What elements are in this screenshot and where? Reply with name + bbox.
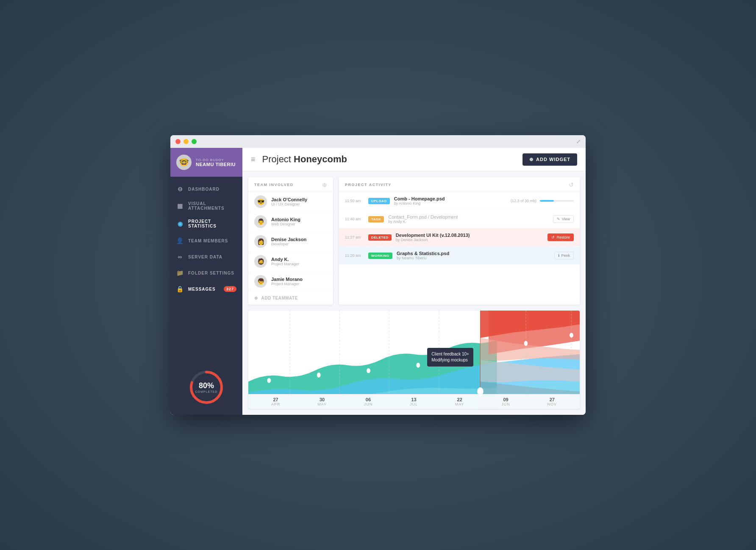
timeline-date-1: 27 xyxy=(271,397,281,402)
member-info-4: Andy K. Project Manager xyxy=(271,257,327,266)
sidebar-item-project-statistics[interactable]: ◉ PROJECT STATISTICS xyxy=(170,215,242,233)
page-title-bold: Honeycomb xyxy=(294,154,347,164)
activity-item-2: 11:40 am TASK Contact_Form.psd / Develop… xyxy=(339,210,580,228)
peek-button[interactable]: ℹ Peek xyxy=(554,252,574,259)
activity-item-4: 11:20 am WORKING Graphs & Statistics.psd… xyxy=(339,247,580,265)
close-button[interactable] xyxy=(175,139,181,144)
sidebar: 🤓 TO-DO BUDDY NEAMU TIBERIU ⊖ DASHBOARD … xyxy=(170,148,242,415)
server-data-icon: ∞ xyxy=(176,253,184,261)
activity-badge-2: TASK xyxy=(368,216,384,222)
messages-icon: 🔒 xyxy=(176,285,184,293)
activity-meta-3: ↺ Restore xyxy=(548,233,574,241)
activity-filename-2: Contact_Form.psd / Development xyxy=(388,214,548,219)
timeline-month-5: MAY xyxy=(455,402,464,406)
member-name-3: Denise Jackson xyxy=(271,237,327,242)
member-avatar-1: 😎 xyxy=(254,195,267,208)
activity-panel-icon[interactable]: ↺ xyxy=(569,181,574,188)
view-button[interactable]: ✎ View xyxy=(553,215,574,223)
timeline-date-3: 06 xyxy=(364,397,373,402)
team-member-1: 😎 Jack O'Connelly UI / UX Designer xyxy=(248,192,333,212)
activity-badge-4: WORKING xyxy=(368,253,392,259)
user-name: NEAMU TIBERIU xyxy=(196,162,236,167)
activity-panel: PROJECT ACTIVITY ↺ 11:50 am UPLOAD Comb … xyxy=(339,177,580,305)
peek-icon: ℹ xyxy=(558,253,559,258)
activity-info-3: Development UI Kit (v.12.08.2013) by Den… xyxy=(396,233,544,242)
activity-meta-1: (12.3 of 30 mb) xyxy=(511,199,574,203)
member-info-2: Antonio King Web Designer xyxy=(271,217,327,226)
maximize-button[interactable] xyxy=(192,139,197,144)
plus-icon: ⊕ xyxy=(529,157,534,162)
sidebar-item-team-members[interactable]: 👤 TEAM MEMBERS xyxy=(170,233,242,249)
progress-percent: 80% xyxy=(195,381,218,390)
add-teammate-button[interactable]: ⊕ ADD TEAMMATE xyxy=(248,292,333,305)
member-name-1: Jack O'Connelly xyxy=(271,197,327,202)
add-widget-label: ADD WIDGET xyxy=(536,157,570,162)
activity-filename-1: Comb - Homepage.psd xyxy=(394,196,506,201)
activity-meta-4: ℹ Peek xyxy=(554,252,574,259)
activity-time-3: 11:27 am xyxy=(345,235,364,239)
timeline-item-7: 27 NOV xyxy=(548,397,557,406)
messages-label: MESSAGES xyxy=(188,287,216,292)
activity-by-1: by Antonio King xyxy=(394,201,506,206)
timeline-item-6: 09 JUN xyxy=(501,397,510,406)
restore-icon: ↺ xyxy=(551,235,555,239)
page-title: Project Honeycomb xyxy=(262,154,523,165)
progress-bar-container-1 xyxy=(540,200,574,202)
sidebar-item-label: DASHBOARD xyxy=(188,187,220,192)
sidebar-item-label: TEAM MEMBERS xyxy=(188,239,228,243)
dashboard-icon: ⊖ xyxy=(176,185,184,193)
activity-time-4: 11:20 am xyxy=(345,253,364,258)
team-member-5: 👦 Jamie Morano Project Manager xyxy=(248,272,333,292)
sidebar-item-dashboard[interactable]: ⊖ DASHBOARD xyxy=(170,181,242,197)
progress-label: COMPLETED xyxy=(195,390,218,393)
activity-badge-3: DELETED xyxy=(368,234,392,241)
activity-time-1: 11:50 am xyxy=(345,199,364,203)
add-teammate-label: ADD TEAMMATE xyxy=(261,296,298,300)
timeline-month-6: JUN xyxy=(501,402,510,406)
svg-point-15 xyxy=(570,333,573,337)
member-role-3: Developer xyxy=(271,242,327,246)
sidebar-item-folder-settings[interactable]: 📁 FOLDER SETTINGS xyxy=(170,265,242,281)
page-title-prefix: Project xyxy=(262,154,294,164)
svg-point-14 xyxy=(524,341,528,345)
user-profile: 🤓 TO-DO BUDDY NEAMU TIBERIU xyxy=(170,148,242,177)
activity-by-2: by Andy K. xyxy=(388,219,548,224)
minimize-button[interactable] xyxy=(183,139,189,144)
app-label: TO-DO BUDDY xyxy=(196,158,236,162)
member-name-4: Andy K. xyxy=(271,257,327,262)
menu-icon[interactable]: ≡ xyxy=(251,155,256,164)
team-panel: TEAM INVOLVED ⊕ 😎 Jack O'Connelly UI / U… xyxy=(248,177,333,305)
progress-bar-fill-1 xyxy=(540,200,554,202)
member-info-5: Jamie Morano Project Manager xyxy=(271,277,327,286)
timeline-month-3: JUN xyxy=(364,402,373,406)
team-panel-icon[interactable]: ⊕ xyxy=(322,181,327,188)
project-statistics-icon: ◉ xyxy=(176,220,184,228)
team-panel-title: TEAM INVOLVED xyxy=(254,183,294,187)
sidebar-item-visual-attachments[interactable]: ▦ VISUAL ATTACHMENTS xyxy=(170,197,242,215)
activity-info-2: Contact_Form.psd / Development by Andy K… xyxy=(388,214,548,224)
panels-row: TEAM INVOLVED ⊕ 😎 Jack O'Connelly UI / U… xyxy=(242,171,586,311)
progress-center: 80% COMPLETED xyxy=(195,381,218,393)
member-avatar-5: 👦 xyxy=(254,275,267,288)
member-info-1: Jack O'Connelly UI / UX Designer xyxy=(271,197,327,206)
add-widget-button[interactable]: ⊕ ADD WIDGET xyxy=(523,153,577,166)
activity-size-1: (12.3 of 30 mb) xyxy=(511,199,536,203)
member-name-2: Antonio King xyxy=(271,217,327,222)
member-avatar-3: 👩 xyxy=(254,235,267,248)
app-window: ⤢ 🤓 TO-DO BUDDY NEAMU TIBERIU ⊖ DASHBOAR… xyxy=(170,135,586,415)
member-role-2: Web Designer xyxy=(271,222,327,226)
team-members-icon: 👤 xyxy=(176,237,184,244)
sidebar-item-server-data[interactable]: ∞ SERVER DATA xyxy=(170,249,242,265)
restore-button[interactable]: ↺ Restore xyxy=(548,233,574,241)
folder-settings-icon: 📁 xyxy=(176,269,184,277)
messages-badge: 327 xyxy=(224,286,236,292)
main-content: ≡ Project Honeycomb ⊕ ADD WIDGET TEAM IN… xyxy=(242,148,586,415)
activity-item-3: 11:27 am DELETED Development UI Kit (v.1… xyxy=(339,228,580,247)
visual-attachments-icon: ▦ xyxy=(176,202,184,210)
sidebar-item-messages[interactable]: 🔒 MESSAGES 327 xyxy=(170,281,242,297)
timeline-item-2: 30 MAY xyxy=(317,397,327,406)
progress-section: 80% COMPLETED xyxy=(170,360,242,415)
member-role-4: Project Manager xyxy=(271,262,327,266)
member-role-1: UI / UX Designer xyxy=(271,202,327,206)
member-avatar-2: 👨 xyxy=(254,215,267,228)
